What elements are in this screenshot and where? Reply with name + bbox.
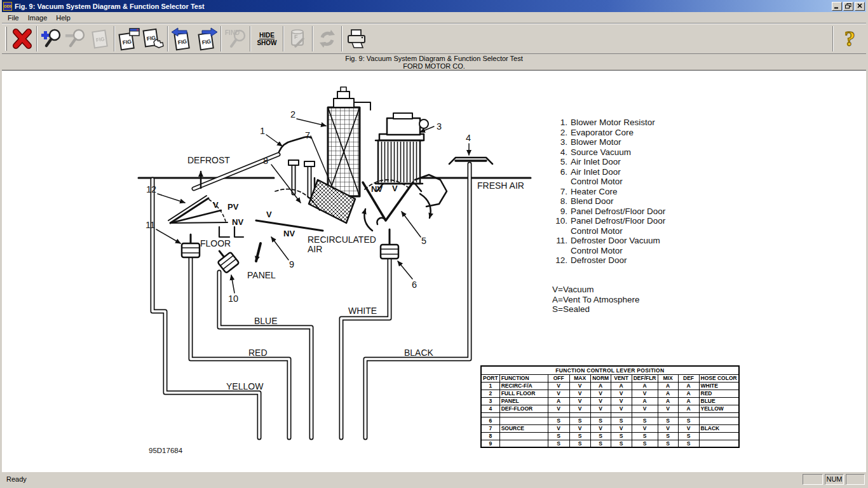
table-cell: A <box>658 397 678 405</box>
help-button[interactable]: ? <box>836 25 866 53</box>
leader-9 <box>271 237 288 260</box>
refresh-icon <box>316 27 339 50</box>
function-table-wrap: FUNCTION CONTROL LEVER POSITIONPORTFUNCT… <box>480 365 740 448</box>
legend-list: 1.Blower Motor Resistor2.Evaporator Core… <box>552 118 665 266</box>
table-cell: A <box>632 382 658 390</box>
figure-window-button[interactable]: FIG <box>117 25 141 53</box>
toolbar-separator <box>283 26 284 51</box>
toolbar-separator <box>250 26 251 51</box>
status-panel-2 <box>846 474 865 485</box>
application-window: OD5 Fig. 9: Vacuum System Diagram & Func… <box>0 0 868 488</box>
menu-help[interactable]: Help <box>51 13 75 22</box>
table-cell: 1 <box>481 382 499 390</box>
hide-show-button[interactable]: HIDE SHOW <box>253 25 281 53</box>
paint-bucket-icon: F <box>287 27 309 50</box>
toolbar-separator <box>220 26 222 51</box>
table-cell: S <box>658 440 678 447</box>
table-cell: S <box>548 440 569 447</box>
figure-button[interactable]: FIG <box>88 25 112 53</box>
table-cell: S <box>590 440 611 447</box>
table-cell: RECIRC-F/A <box>499 382 548 390</box>
figure-page-icon: FIG <box>88 27 111 50</box>
paint-button[interactable]: F <box>286 25 310 53</box>
table-cell: S <box>569 417 590 424</box>
table-cell <box>699 417 739 424</box>
table-cell: V <box>611 424 632 432</box>
figure-canvas: DEFROST FRESH AIR RECIRCULATED AIR FLOOR… <box>2 71 866 471</box>
menu-image[interactable]: Image <box>24 13 52 22</box>
next-figure-button[interactable]: FIG <box>194 25 219 53</box>
previous-figure-button[interactable]: FIG <box>170 25 194 53</box>
status-panel-1 <box>803 474 823 485</box>
table-header: NORM <box>590 374 611 382</box>
svg-text:FIG: FIG <box>201 38 212 46</box>
print-button[interactable] <box>344 25 369 53</box>
toolbar-separator <box>167 26 168 51</box>
label-fresh-air: FRESH AIR <box>477 180 524 191</box>
table-cell: S <box>548 417 569 424</box>
table-title: FUNCTION CONTROL LEVER POSITION <box>481 366 739 374</box>
minimize-button[interactable] <box>832 2 842 11</box>
table-row: 9SSSSSSS <box>481 440 739 447</box>
refresh-button[interactable] <box>315 25 339 53</box>
hide-show-label: HIDE SHOW <box>257 32 276 46</box>
table-cell: BLUE <box>699 397 739 405</box>
restore-button[interactable] <box>843 2 853 11</box>
legend-item: 11.Defroster Door Vacuum <box>552 236 665 246</box>
table-header: FUNCTION <box>499 374 548 382</box>
table-cell: A <box>611 382 632 390</box>
toolbar-separator <box>341 26 342 51</box>
zoom-out-button[interactable] <box>64 25 88 53</box>
hose-red <box>191 257 289 438</box>
callout-2: 2 <box>290 109 295 119</box>
label-floor: FLOOR <box>200 238 231 248</box>
close-figure-button[interactable] <box>10 25 34 53</box>
figure-caption-line2: FORD MOTOR CO. <box>2 62 866 70</box>
vacuum-motor-6 <box>381 229 398 259</box>
table-cell <box>499 440 548 447</box>
status-bar: Ready NUM <box>2 471 866 486</box>
table-header: HOSE COLOR <box>699 374 739 382</box>
label-blue: BLUE <box>254 316 278 326</box>
label-black: BLACK <box>404 348 434 358</box>
callout-6: 6 <box>412 280 417 290</box>
table-cell: A <box>658 382 678 390</box>
table-cell: V <box>611 397 632 405</box>
valve-fan-pv: PV <box>227 202 239 212</box>
table-cell: DEF-FLOOR <box>499 405 548 412</box>
table-cell: A <box>678 397 699 405</box>
menu-file[interactable]: File <box>3 13 24 22</box>
table-cell <box>569 412 590 417</box>
close-button[interactable] <box>855 2 865 11</box>
table-cell: V <box>632 424 658 432</box>
legend-item: 5.Air Inlet Door <box>552 157 665 167</box>
table-cell: V <box>632 390 658 397</box>
figure-caption: Fig. 9: Vacuum System Diagram & Function… <box>2 54 866 71</box>
find-button[interactable]: FIND <box>224 25 248 53</box>
leader-6 <box>398 261 412 279</box>
legend-item: Control Motor <box>552 226 665 236</box>
table-cell: S <box>658 417 678 424</box>
table-row: 6SSSSSSS <box>481 417 739 424</box>
legend-item: 4.Source Vacuum <box>552 147 665 158</box>
table-cell: V <box>569 397 590 405</box>
table-cell: 9 <box>481 440 499 447</box>
table-cell: S <box>611 440 632 447</box>
blower-motor <box>376 113 428 191</box>
heater-tubes <box>288 160 315 196</box>
callout-9: 9 <box>289 259 294 269</box>
zoom-in-button[interactable] <box>39 25 64 53</box>
figure-hand-button[interactable]: FIG <box>141 25 165 53</box>
valve-blend-nv: NV <box>283 229 295 238</box>
table-cell: 7 <box>481 424 499 432</box>
minimize-icon <box>834 3 840 9</box>
panel-airflow-arrow <box>256 243 261 261</box>
callout-12: 12 <box>146 184 156 194</box>
table-row: 4DEF-FLOORVVVVVVAYELLOW <box>481 405 739 412</box>
table-cell: V <box>569 405 590 412</box>
table-header: DEF/FLR <box>632 374 658 382</box>
zoom-in-icon <box>40 27 63 50</box>
label-yellow: YELLOW <box>226 381 264 391</box>
function-control-table: FUNCTION CONTROL LEVER POSITIONPORTFUNCT… <box>480 365 740 448</box>
table-cell: V <box>590 405 611 412</box>
